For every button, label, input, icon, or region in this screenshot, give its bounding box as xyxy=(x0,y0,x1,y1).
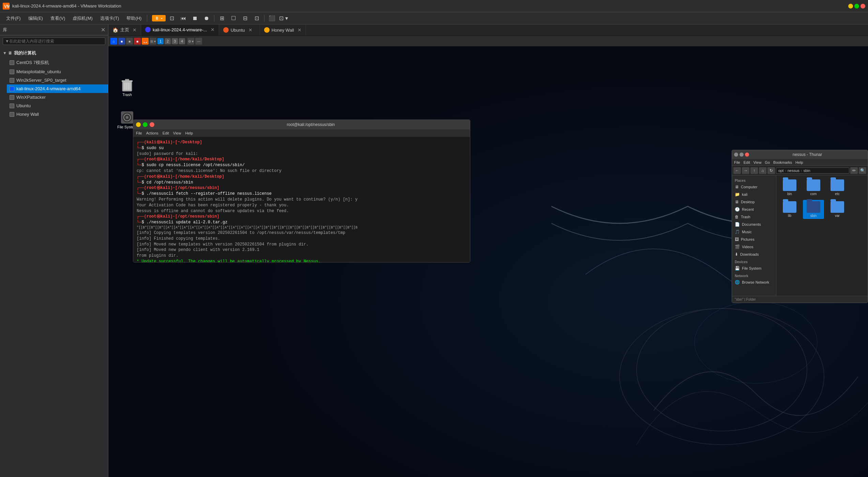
toolbar-btn-5[interactable]: ⊞ xyxy=(216,14,227,23)
fm-file-lib[interactable]: lib xyxy=(779,200,800,219)
fm-path-bar[interactable]: opt › nessus › sbin xyxy=(776,168,849,174)
vm-num-3[interactable]: 3 xyxy=(172,38,178,44)
search-input[interactable] xyxy=(9,39,103,44)
term-menu-file[interactable]: File xyxy=(136,131,142,135)
fm-file-bin[interactable]: bin xyxy=(779,178,800,197)
fm-place-desktop[interactable]: 🖥 Desktop xyxy=(732,198,776,206)
tab-home[interactable]: 🏠 主页 ✕ xyxy=(108,25,141,35)
toolbar-btn-3[interactable]: ⏹ xyxy=(189,14,200,23)
vm-extra-btn[interactable]: — xyxy=(195,38,202,45)
fm-menu-file[interactable]: File xyxy=(734,160,740,164)
menu-edit[interactable]: 编辑(E) xyxy=(25,14,46,23)
fm-back[interactable]: ← xyxy=(733,167,741,174)
desktop-icon-trash[interactable]: Trash xyxy=(115,77,139,98)
vm-btn-blue[interactable]: ■ xyxy=(118,38,125,45)
maximize-button[interactable] xyxy=(854,4,859,9)
fm-menu-view[interactable]: View xyxy=(753,160,762,164)
vm-item-ubuntu[interactable]: Ubuntu xyxy=(7,101,108,110)
tab-ubuntu-close[interactable]: ✕ xyxy=(248,27,253,33)
toolbar-btn-8[interactable]: ⊡ xyxy=(251,14,262,23)
fm-place-documents[interactable]: 📄 Documents xyxy=(732,221,776,228)
vm-btn-dark[interactable]: ■ xyxy=(126,38,133,45)
vm-item-kali[interactable]: kali-linux-2024.4-vmware-amd64 xyxy=(7,84,108,93)
fm-file-etc[interactable]: etc xyxy=(827,178,848,197)
tab-home-close[interactable]: ✕ xyxy=(133,27,137,33)
tab-kali[interactable]: kali-linux-2024.4-vmware-... ✕ xyxy=(141,25,219,35)
fm-place-computer[interactable]: 🖥 Computer xyxy=(732,183,776,191)
terminal-close[interactable] xyxy=(150,122,154,127)
panel-close-button[interactable]: ✕ xyxy=(101,27,105,33)
vm-settings-btn[interactable]: ⚙ ▾ xyxy=(187,38,194,45)
vm-item-win2k[interactable]: Win2kServer_SP0_target xyxy=(7,76,108,84)
fm-place-trash[interactable]: 🗑 Trash xyxy=(732,213,776,221)
fm-place-pictures[interactable]: 🖼 Pictures xyxy=(732,236,776,243)
fm-close[interactable] xyxy=(745,153,749,157)
vm-btn-red[interactable]: ■ xyxy=(134,38,141,45)
toolbar-btn-10[interactable]: ⊡ ▾ xyxy=(278,14,289,23)
vm-item-honeywall[interactable]: Honey Wall xyxy=(7,110,108,118)
tree-root[interactable]: ▼ 🖥 我的计算机 xyxy=(0,48,108,58)
computer-icon: 🖥 xyxy=(735,185,739,189)
toolbar-btn-6[interactable]: ☐ xyxy=(228,14,239,23)
term-line-17: [info] Copying templates version 2025022… xyxy=(137,230,467,236)
fm-search[interactable]: 🔍 xyxy=(859,167,866,174)
fm-up[interactable]: ↑ xyxy=(750,167,758,174)
menu-file[interactable]: 文件(F) xyxy=(3,14,24,23)
pause-button[interactable]: ⏸ ▾ xyxy=(152,15,166,21)
term-menu-help[interactable]: Help xyxy=(185,131,193,135)
toolbar-btn-9[interactable]: ⬛ xyxy=(267,14,277,23)
close-button[interactable] xyxy=(861,4,865,9)
fm-menu-bookmarks[interactable]: Bookmarks xyxy=(773,160,792,164)
menu-tabs[interactable]: 选项卡(T) xyxy=(97,14,123,23)
vm-item-winxp[interactable]: WinXPattacker xyxy=(7,93,108,101)
fm-place-kali[interactable]: 📁 kali xyxy=(732,191,776,198)
term-menu-view[interactable]: View xyxy=(173,131,181,135)
toolbar-btn-4[interactable]: ⏺ xyxy=(201,14,212,23)
terminal-body[interactable]: ┌──(kali㉿kali)-[~/Desktop] └─$ sudo su [… xyxy=(133,137,470,262)
fm-place-videos[interactable]: 🎬 Videos xyxy=(732,243,776,251)
vm-btn-orange[interactable]: 🦊 xyxy=(142,38,149,45)
fm-file-sbin[interactable]: sbin xyxy=(803,200,824,219)
fm-menu-go[interactable]: Go xyxy=(765,160,770,164)
menu-vm[interactable]: 虚拟机(M) xyxy=(69,14,96,23)
search-box[interactable]: ▼ xyxy=(3,37,105,45)
fm-forward[interactable]: → xyxy=(742,167,749,174)
fm-place-music[interactable]: 🎵 Music xyxy=(732,228,776,236)
menu-help[interactable]: 帮助(H) xyxy=(123,14,145,23)
vm-num-2[interactable]: 2 xyxy=(165,38,171,44)
vm-screen[interactable]: ⌂ ■ ■ ■ 🦊 ⊞ ▾ 1 2 3 4 ⚙ ▾ — xyxy=(108,36,868,477)
menu-view[interactable]: 查看(V) xyxy=(47,14,68,23)
fm-title: nessus - Thunar xyxy=(749,152,866,157)
fm-place-downloads[interactable]: ⬇ Downloads xyxy=(732,251,776,258)
fm-file-var[interactable]: var xyxy=(827,200,848,219)
fm-refresh[interactable]: ↻ xyxy=(767,167,775,174)
tab-ubuntu[interactable]: Ubuntu ✕ xyxy=(219,25,260,35)
fm-menu-edit[interactable]: Edit xyxy=(744,160,750,164)
fm-menu-help[interactable]: Help xyxy=(795,160,803,164)
fm-file-com[interactable]: com xyxy=(803,178,824,197)
tab-kali-close[interactable]: ✕ xyxy=(211,27,215,32)
fm-minimize[interactable] xyxy=(734,153,738,157)
toolbar-btn-2[interactable]: ⏮ xyxy=(178,14,189,23)
term-menu-actions[interactable]: Actions xyxy=(146,131,158,135)
vm-num-4[interactable]: 4 xyxy=(179,38,185,44)
tab-honeywall[interactable]: Honey Wall ✕ xyxy=(260,25,306,35)
vm-item-centos[interactable]: CentOS 7模拟机 xyxy=(7,58,108,67)
fm-edit-path[interactable]: ✏ xyxy=(850,167,858,174)
terminal-minimize[interactable] xyxy=(136,122,141,127)
terminal-maximize[interactable] xyxy=(143,122,148,127)
toolbar-btn-1[interactable]: ⊡ xyxy=(166,14,177,23)
toolbar-btn-7[interactable]: ⊟ xyxy=(240,14,250,23)
fm-place-browse-network[interactable]: 🌐 Browse Network xyxy=(732,279,776,286)
vm-num-1[interactable]: 1 xyxy=(157,38,164,44)
term-menu-edit[interactable]: Edit xyxy=(163,131,169,135)
fm-maximize[interactable] xyxy=(740,153,744,157)
fm-place-filesystem[interactable]: 💾 File System xyxy=(732,265,776,272)
vm-home-btn[interactable]: ⌂ xyxy=(110,38,117,45)
minimize-button[interactable] xyxy=(848,4,853,9)
tab-honey-close[interactable]: ✕ xyxy=(298,27,302,33)
vm-btn-apps[interactable]: ⊞ ▾ xyxy=(150,38,156,45)
fm-home[interactable]: ⌂ xyxy=(759,167,766,174)
vm-item-metasploitable[interactable]: Metasploitable_ubuntu xyxy=(7,67,108,76)
fm-place-recent[interactable]: 🕐 Recent xyxy=(732,206,776,213)
